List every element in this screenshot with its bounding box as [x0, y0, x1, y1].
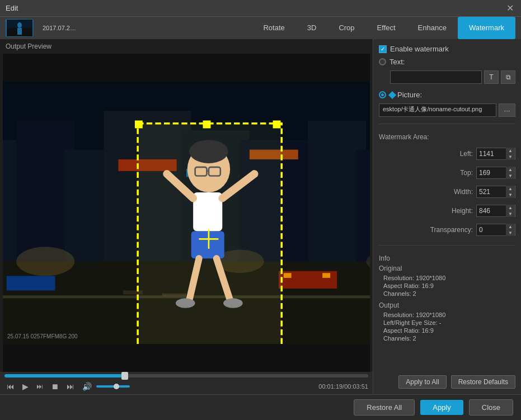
width-field-row: Width: 521 ▲ ▼	[379, 186, 515, 198]
close-button[interactable]: Close	[469, 399, 513, 416]
text-copy-button[interactable]: ⧉	[501, 70, 515, 84]
skip-to-start-button[interactable]: ⏮	[4, 381, 17, 392]
text-radio-label: Text:	[389, 58, 405, 66]
restore-defaults-button[interactable]: Restore Defaults	[451, 375, 515, 389]
svg-rect-3	[17, 28, 22, 35]
output-title: Output	[379, 301, 515, 309]
file-label: 2017.07.25 ...	[43, 25, 76, 31]
info-title: Info	[379, 254, 515, 262]
output-aspect: Aspect Ratio: 16:9	[383, 327, 515, 334]
video-panel: Output Preview	[0, 39, 373, 394]
output-eye-size: Left/Right Eye Size: -	[383, 319, 515, 326]
svg-point-39	[176, 298, 195, 308]
tab-crop[interactable]: Crop	[327, 17, 365, 39]
text-input-row: T ⧉	[390, 70, 515, 84]
left-up-arrow[interactable]: ▲	[506, 148, 515, 154]
video-timestamp-overlay: 25.07.15 0257FMFM8G 200	[7, 333, 78, 339]
width-up-arrow[interactable]: ▲	[506, 186, 515, 192]
top-down-arrow[interactable]: ▼	[506, 173, 515, 179]
tab-effect[interactable]: Effect	[366, 17, 407, 39]
volume-bar[interactable]	[96, 385, 130, 388]
volume-area: 🔊	[80, 381, 130, 392]
video-controls: ⏮ ▶ ⏭ ⏹ ⏭ 🔊 00:01:19/00:03:51	[0, 372, 373, 394]
picture-radio-row: Picture:	[379, 91, 515, 99]
left-field-label: Left:	[428, 150, 473, 158]
watermark-area-title: Watermark Area:	[379, 133, 515, 141]
svg-rect-26	[7, 276, 55, 290]
left-value: 1141	[477, 150, 506, 158]
picture-radio[interactable]	[379, 91, 386, 98]
bottom-apply-row: Apply to All Restore Defaults	[379, 371, 515, 389]
enable-watermark-label: Enable watermark	[390, 45, 449, 53]
transparency-spinner[interactable]: 0 ▲ ▼	[476, 224, 515, 236]
height-field-row: Height: 846 ▲ ▼	[379, 205, 515, 217]
picture-path-row: esktop/卡通人像/noname-cutout.png ···	[379, 103, 515, 117]
fast-forward-button[interactable]: ⏭	[34, 381, 45, 391]
titlebar: Edit ✕	[0, 0, 521, 17]
picture-diamond-icon	[388, 91, 396, 98]
volume-icon[interactable]: 🔊	[80, 381, 94, 392]
svg-rect-45	[203, 120, 211, 128]
svg-rect-41	[135, 120, 143, 128]
width-value: 521	[477, 188, 506, 196]
output-preview-label: Output Preview	[0, 39, 373, 54]
apply-button[interactable]: Apply	[420, 400, 463, 415]
svg-rect-24	[284, 273, 292, 278]
play-button[interactable]: ▶	[20, 381, 31, 392]
stop-button[interactable]: ⏹	[49, 381, 61, 392]
text-input[interactable]	[390, 70, 482, 84]
svg-rect-25	[322, 273, 330, 278]
left-down-arrow[interactable]: ▼	[506, 154, 515, 160]
transparency-field-row: Transparency: 0 ▲ ▼	[379, 224, 515, 236]
text-radio[interactable]	[379, 58, 386, 65]
height-up-arrow[interactable]: ▲	[506, 205, 515, 211]
titlebar-close-button[interactable]: ✕	[504, 3, 515, 14]
progress-bar[interactable]	[4, 374, 368, 377]
picture-label: Picture:	[389, 91, 422, 99]
width-field-label: Width:	[428, 188, 473, 196]
top-value: 169	[477, 169, 506, 177]
height-field-label: Height:	[428, 207, 473, 215]
enable-watermark-checkbox[interactable]: ✓	[379, 45, 387, 53]
transparency-down-arrow[interactable]: ▼	[506, 230, 515, 236]
original-aspect: Aspect Ratio: 16:9	[383, 282, 515, 289]
tab-enhance[interactable]: Enhance	[407, 17, 458, 39]
top-spinner[interactable]: 169 ▲ ▼	[476, 167, 515, 179]
height-value: 846	[477, 207, 506, 215]
top-field-label: Top:	[428, 169, 473, 177]
apply-to-all-button[interactable]: Apply to All	[398, 375, 446, 389]
skip-to-end-button[interactable]: ⏭	[64, 381, 77, 392]
info-section: Info Original Resolution: 1920*1080 Aspe…	[379, 254, 515, 343]
output-resolution: Resolution: 1920*1080	[383, 312, 515, 318]
transparency-up-arrow[interactable]: ▲	[506, 224, 515, 230]
original-title: Original	[379, 265, 515, 272]
enable-watermark-row: ✓ Enable watermark	[379, 45, 515, 53]
svg-point-29	[189, 140, 228, 163]
left-field-row: Left: 1141 ▲ ▼	[379, 148, 515, 160]
width-down-arrow[interactable]: ▼	[506, 192, 515, 198]
top-up-arrow[interactable]: ▲	[506, 167, 515, 173]
footer: Restore All Apply Close	[0, 394, 521, 420]
tab-rotate[interactable]: Rotate	[252, 17, 295, 39]
video-area[interactable]: 25.07.15 0257FMFM8G 200	[3, 82, 370, 344]
tab-3d[interactable]: 3D	[296, 17, 328, 39]
svg-rect-33	[193, 192, 222, 231]
svg-rect-42	[273, 120, 281, 128]
tab-watermark[interactable]: Watermark	[458, 17, 515, 39]
top-field-row: Top: 169 ▲ ▼	[379, 167, 515, 179]
transparency-field-label: Transparency:	[428, 226, 473, 234]
width-spinner[interactable]: 521 ▲ ▼	[476, 186, 515, 198]
height-spinner[interactable]: 846 ▲ ▼	[476, 205, 515, 217]
svg-point-20	[16, 247, 74, 276]
file-thumbnail[interactable]	[6, 19, 34, 37]
picture-browse-button[interactable]: ···	[499, 103, 515, 117]
text-radio-row: Text:	[379, 58, 515, 66]
text-t-button[interactable]: T	[484, 70, 499, 84]
svg-point-40	[223, 298, 243, 308]
left-spinner[interactable]: 1141 ▲ ▼	[476, 148, 515, 160]
restore-all-button[interactable]: Restore All	[354, 399, 415, 416]
right-panel: ✓ Enable watermark Text: T ⧉ Picture: es…	[373, 39, 521, 394]
height-down-arrow[interactable]: ▼	[506, 211, 515, 217]
tabs-bar: 2017.07.25 ... Rotate 3D Crop Effect Enh…	[0, 17, 521, 39]
titlebar-title: Edit	[6, 4, 18, 12]
